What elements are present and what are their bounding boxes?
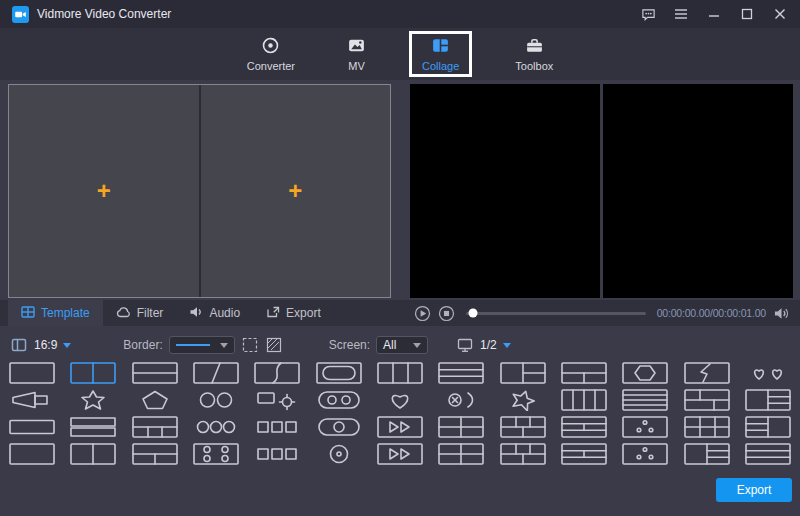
template-thumb-circles-2[interactable] [193, 389, 239, 411]
monitor-icon[interactable] [456, 336, 474, 354]
template-thumb-curve[interactable] [254, 362, 300, 384]
dashed-select-icon[interactable] [241, 336, 259, 354]
template-thumb-dots-3[interactable] [622, 416, 668, 438]
template-thumb-right-rows[interactable] [684, 443, 730, 465]
template-thumb-col-split[interactable] [500, 362, 546, 384]
progress-slider[interactable] [466, 312, 646, 315]
template-thumb-hexagon[interactable] [622, 362, 668, 384]
template-thumb-fast-forward[interactable] [377, 416, 423, 438]
collage-cell-1[interactable]: + [9, 85, 199, 297]
template-thumb-squares-3[interactable] [254, 416, 300, 438]
template-thumb-heart[interactable] [377, 389, 423, 411]
play-icon[interactable] [414, 305, 431, 322]
add-media-plus-icon[interactable]: + [288, 179, 302, 203]
template-thumb-pill-circle[interactable] [316, 416, 362, 438]
preview-cell-2 [603, 84, 793, 298]
tab-template[interactable]: Template [8, 300, 103, 326]
template-thumb-single[interactable] [9, 443, 55, 465]
template-thumb-left-rows[interactable] [745, 416, 791, 438]
template-row [9, 389, 791, 411]
volume-icon[interactable] [773, 306, 790, 321]
template-thumb-rows-3[interactable] [438, 362, 484, 384]
filter-cloud-icon [116, 306, 131, 321]
template-thumb-pentagon[interactable] [132, 389, 178, 411]
template-thumb-grid-mix[interactable] [561, 416, 607, 438]
collage-cell-2[interactable]: + [199, 85, 391, 297]
template-thumb-right-rows[interactable] [745, 389, 791, 411]
tab-filter[interactable]: Filter [103, 300, 177, 326]
template-thumb-rows-2[interactable] [70, 416, 116, 438]
page-dropdown-caret[interactable] [503, 343, 511, 348]
tab-export[interactable]: Export [253, 300, 334, 326]
border-dropdown-caret [220, 343, 228, 348]
template-thumb-circles-4[interactable] [193, 443, 239, 465]
template-thumb-banner[interactable] [9, 389, 55, 411]
template-thumb-row-split[interactable] [561, 362, 607, 384]
main-nav: Converter MV Collage Toolbox [0, 28, 800, 80]
player-controls: 00:00:00.00/00:00:01.00 [410, 300, 794, 326]
template-thumb-squares-3[interactable] [254, 443, 300, 465]
template-thumb-row-split[interactable] [132, 443, 178, 465]
minimize-icon[interactable] [706, 6, 722, 22]
template-thumb-grid-wide[interactable] [684, 389, 730, 411]
template-thumb-bottom-split[interactable] [132, 416, 178, 438]
template-thumb-plus-grid[interactable] [500, 416, 546, 438]
screen-select[interactable]: All [376, 336, 428, 354]
tab-audio[interactable]: Audio [176, 300, 253, 326]
template-thumb-pill-circles[interactable] [316, 389, 362, 411]
hatch-fill-icon[interactable] [265, 336, 283, 354]
template-thumb-hearts[interactable] [745, 362, 791, 384]
template-thumb-split-v[interactable] [70, 362, 116, 384]
template-thumb-split-v[interactable] [70, 443, 116, 465]
template-grid [0, 362, 800, 470]
aspect-layout-icon[interactable] [10, 336, 28, 354]
menu-icon[interactable] [673, 6, 689, 22]
template-thumb-cols-3[interactable] [377, 362, 423, 384]
aspect-ratio-control: 16:9 [10, 336, 71, 354]
template-thumb-rounded[interactable] [316, 362, 362, 384]
add-media-plus-icon[interactable]: + [97, 179, 111, 203]
template-thumb-single[interactable] [9, 362, 55, 384]
template-thumb-grid-mix[interactable] [561, 443, 607, 465]
template-thumb-zigzag[interactable] [684, 362, 730, 384]
stop-icon[interactable] [438, 305, 455, 322]
template-thumb-circle-dot[interactable] [316, 443, 362, 465]
template-thumb-circles-3[interactable] [193, 416, 239, 438]
tab-toolbox[interactable]: Toolbox [506, 33, 562, 75]
maximize-icon[interactable] [739, 6, 755, 22]
feedback-icon[interactable] [640, 6, 656, 22]
screen-value: All [383, 338, 396, 352]
panel-tab-label: Template [41, 306, 90, 320]
screen-label: Screen: [329, 338, 370, 352]
template-thumb-star[interactable] [70, 389, 116, 411]
template-thumb-swirl[interactable] [500, 389, 546, 411]
tab-converter[interactable]: Converter [238, 33, 304, 75]
converter-icon [261, 36, 280, 57]
preview-panel [410, 84, 793, 298]
template-thumb-split-h[interactable] [132, 362, 178, 384]
template-thumb-rows-4[interactable] [622, 389, 668, 411]
tab-collage[interactable]: Collage [409, 31, 472, 77]
border-style-select[interactable] [169, 336, 235, 354]
template-thumb-cols-4[interactable] [561, 389, 607, 411]
tab-mv[interactable]: MV [338, 33, 375, 75]
template-thumb-flag-gear[interactable] [254, 389, 300, 411]
progress-handle[interactable] [469, 309, 478, 318]
template-thumb-rows-3[interactable] [745, 443, 791, 465]
template-thumb-cross-paren[interactable] [438, 389, 484, 411]
template-thumb-dots-3[interactable] [622, 443, 668, 465]
template-thumb-grid-2x2[interactable] [438, 443, 484, 465]
template-thumb-grid-3x2[interactable] [684, 416, 730, 438]
app-title: Vidmore Video Converter [37, 7, 171, 21]
aspect-dropdown-caret[interactable] [63, 343, 71, 348]
template-thumb-grid-2x2[interactable] [438, 416, 484, 438]
template-thumb-diagonal[interactable] [193, 362, 239, 384]
export-button[interactable]: Export [716, 478, 792, 502]
border-control: Border: [123, 336, 282, 354]
template-thumb-plus-grid[interactable] [500, 443, 546, 465]
template-thumb-wide-rect[interactable] [9, 416, 55, 438]
titlebar-icons [640, 6, 788, 22]
template-thumb-fast-forward[interactable] [377, 443, 423, 465]
export-arrow-icon [266, 306, 280, 321]
close-icon[interactable] [772, 6, 788, 22]
